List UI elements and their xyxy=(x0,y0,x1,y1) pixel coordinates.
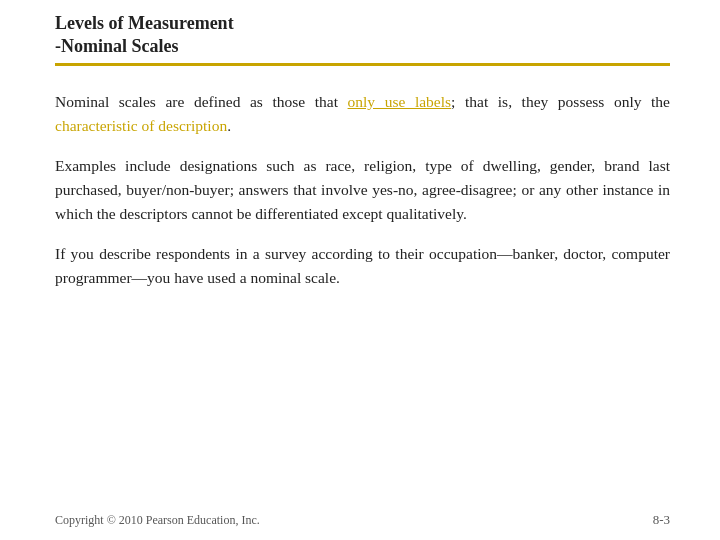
p1-highlight1: only use labels xyxy=(348,93,452,110)
title-line2: -Nominal Scales xyxy=(55,35,670,58)
content-section: Nominal scales are defined as those that… xyxy=(55,90,670,504)
paragraph-2: Examples include designations such as ra… xyxy=(55,154,670,226)
p2-text: Examples include designations such as ra… xyxy=(55,157,670,222)
p1-highlight2: characteristic of description xyxy=(55,117,227,134)
p1-text2: ; that is, they possess only the xyxy=(451,93,670,110)
p1-text3: . xyxy=(227,117,231,134)
page-container: Levels of Measurement -Nominal Scales No… xyxy=(0,0,720,540)
header-section: Levels of Measurement -Nominal Scales xyxy=(55,12,670,66)
title-line1: Levels of Measurement xyxy=(55,12,670,35)
footer-copyright: Copyright © 2010 Pearson Education, Inc. xyxy=(55,513,260,528)
footer-section: Copyright © 2010 Pearson Education, Inc.… xyxy=(55,504,670,528)
paragraph-3: If you describe respondents in a survey … xyxy=(55,242,670,290)
footer-page-number: 8-3 xyxy=(653,512,670,528)
p1-text1: Nominal scales are defined as those that xyxy=(55,93,348,110)
p3-text: If you describe respondents in a survey … xyxy=(55,245,670,286)
paragraph-1: Nominal scales are defined as those that… xyxy=(55,90,670,138)
